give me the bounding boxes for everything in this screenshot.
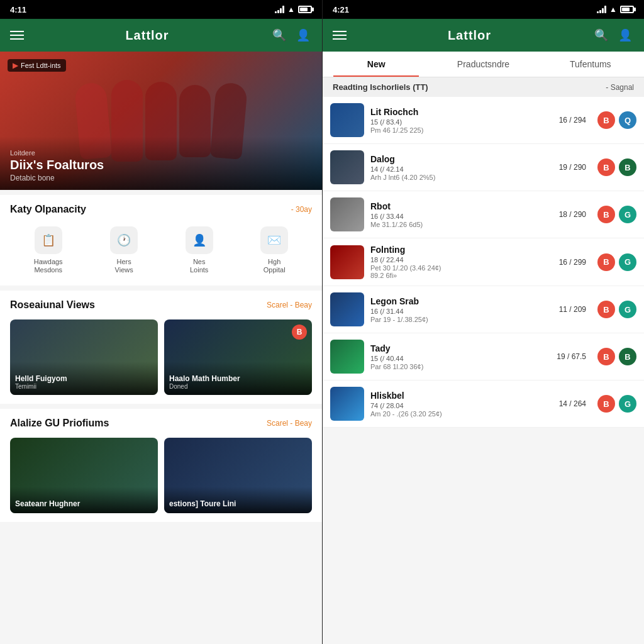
profile-button-right[interactable]: 👤 [616,26,634,44]
action-b1-1[interactable]: B [619,158,636,176]
signal-icon-right [597,6,606,13]
tab-new[interactable]: New [323,52,430,77]
battery-icon-left [298,6,312,13]
hero-tag: ▶ Fest Ldtt-ints [8,59,66,72]
player-stat3-3: 89.2 6fi» [370,272,546,279]
player-name-1: Dalog [370,154,546,164]
player-score-4: 11 / 209 [552,305,586,314]
qa-item-1[interactable]: 🕐 Hers Views [110,226,138,274]
tab-products[interactable]: Praductsndre [430,52,536,77]
player-info-4: Legon Srab 16 (/ 31.44 Par 19 - 1/.38.25… [370,296,546,323]
card-item-3b[interactable]: estions] Toure Lini [164,438,312,513]
player-thumb-5 [330,340,364,374]
card-row: Helld Fuigyom Temimii Haalo Math Humber … [10,319,312,395]
player-row-2: Rbot 16 (/ 33.44 Me 31.1/.26 6d5) 18 / 2… [323,191,644,238]
player-info-5: Tady 15 (/ 40.44 Par 68 1l.20 36¢) [370,343,546,370]
search-button-left[interactable]: 🔍 [270,26,288,44]
player-name-6: Hliskbel [370,391,546,401]
player-row-4: Legon Srab 16 (/ 31.44 Par 19 - 1/.38.25… [323,286,644,333]
qa-icon-2: 👤 [186,226,213,254]
player-info-0: Lit Riochch 15 (/ 83.4) Pm 46 1/.25 225) [370,107,546,134]
player-actions-2: B G [597,206,636,223]
player-stat2-6: Am 20 - .(26 (3.20 25¢) [370,410,546,418]
action-g6-1[interactable]: G [619,395,636,413]
qa-item-0[interactable]: 📋 Hawdags Mesdons [34,226,63,274]
section1-link[interactable]: - 30ay [291,205,312,214]
action-g4-1[interactable]: G [619,301,636,318]
player-info-3: Folnting 18 (/ 22.44 Pet 30 1/.20 (3.46 … [370,245,546,279]
card-title-3a: Seateanr Hughner [15,499,153,508]
player-name-4: Legon Srab [370,296,546,306]
action-g3-1[interactable]: G [619,253,636,271]
player-thumb-4 [330,292,364,326]
qa-icon-1: 🕐 [110,226,138,254]
hamburger-menu-left[interactable] [10,31,24,40]
left-phone: 4:11 ▲ Lattlor 🔍 👤 [0,0,322,644]
card-item-1[interactable]: Haalo Math Humber Doned B [164,319,312,395]
player-stat1-4: 16 (/ 31.44 [370,308,546,315]
player-info-6: Hliskbel 74 (/ 28.04 Am 20 - .(26 (3.20 … [370,391,546,418]
card-sub-1: Doned [169,383,307,390]
hero-banner[interactable]: ▶ Fest Ldtt-ints Loitdere Diix's Foaltur… [0,52,322,190]
play-icon: ▶ [13,61,18,70]
player-score-5: 19 / 67.5 [552,352,586,361]
action-b1-0[interactable]: B [597,158,615,176]
hamburger-menu-right[interactable] [333,31,347,40]
player-score-0: 16 / 294 [552,116,586,125]
section3-link[interactable]: Scarel - Beay [267,419,312,428]
wifi-icon-right: ▲ [609,5,617,14]
list-header-filter[interactable]: - Sagnal [606,83,634,92]
card-overlay-3b: estions] Toure Lini [164,487,312,513]
section2-link[interactable]: Scarel - Beay [267,301,312,309]
player-actions-1: B B [597,158,636,176]
action-b5-0[interactable]: B [597,348,615,365]
player-name-2: Rbot [370,201,546,211]
time-left: 4:11 [10,5,26,14]
qa-label-2: Nes Loints [190,258,208,274]
player-stat2-2: Me 31.1/.26 6d5) [370,221,546,228]
player-score-3: 16 / 299 [552,258,586,267]
player-actions-6: B G [597,395,636,413]
player-stat2-0: Pm 46 1/.25 225) [370,126,546,134]
player-thumb-0 [330,103,364,137]
profile-button-left[interactable]: 👤 [294,26,312,44]
player-thumb-1 [330,150,364,184]
action-b2-0[interactable]: B [597,206,615,223]
section2: Roseaiunal Views Scarel - Beay Helld Fui… [0,291,322,404]
search-button-right[interactable]: 🔍 [592,26,610,44]
player-name-0: Lit Riochch [370,107,546,117]
action-b3-0[interactable]: B [597,253,615,271]
card-item-3a[interactable]: Seateanr Hughner [10,438,158,513]
card-title-0: Helld Fuigyom [15,374,153,383]
action-q-0[interactable]: Q [619,111,636,129]
status-icons-right: ▲ [597,5,634,14]
status-bar-right: 4:21 ▲ [323,0,644,19]
hero-tag-label: Fest Ldtt-ints [21,62,61,69]
player-stat1-2: 16 (/ 33.44 [370,213,546,220]
action-b4-0[interactable]: B [597,301,615,318]
action-b5-1[interactable]: B [619,348,636,365]
action-g2-1[interactable]: G [619,206,636,223]
action-b6-0[interactable]: B [597,395,615,413]
card-item-0[interactable]: Helld Fuigyom Temimii [10,319,158,395]
action-b-0[interactable]: B [597,111,615,129]
section3-title: Alalize GU Priofiums [10,418,109,429]
player-info-1: Dalog 14 (/ 42.14 Arh J lnt6 (4.20 2%5) [370,154,546,181]
battery-icon-right [620,6,634,13]
qa-item-3[interactable]: ✉️ Hgh Oppital [260,226,288,274]
wifi-icon-left: ▲ [287,5,295,14]
status-icons-left: ▲ [275,5,312,14]
section3-header: Alalize GU Priofiums Scarel - Beay [10,418,312,429]
right-phone: 4:21 ▲ Lattlor 🔍 👤 New Praductsndre Tufe… [322,0,644,644]
hero-overlay: Loitdere Diix's Foalturos Detabic bone [0,136,322,190]
card-title-1: Haalo Math Humber [169,374,307,383]
section2-title: Roseaiunal Views [10,299,95,311]
player-stat1-3: 18 (/ 22.44 [370,256,546,264]
tab-tournaments[interactable]: Tufentums [537,52,644,77]
player-row-1: Dalog 14 (/ 42.14 Arh J lnt6 (4.20 2%5) … [323,144,644,191]
player-actions-5: B B [597,348,636,365]
qa-item-2[interactable]: 👤 Nes Loints [186,226,213,274]
player-name-5: Tady [370,343,546,353]
player-stat2-5: Par 68 1l.20 36¢) [370,363,546,370]
player-score-6: 14 / 264 [552,399,586,408]
